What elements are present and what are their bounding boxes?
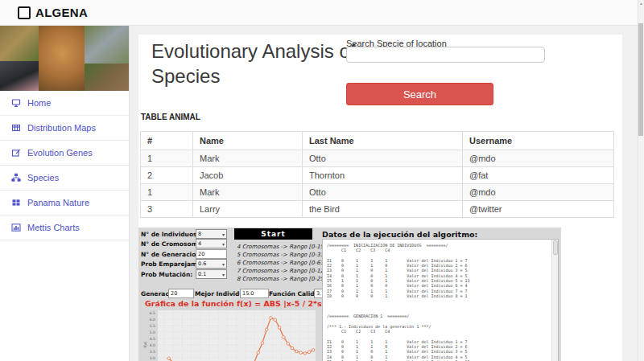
scrollbar-up-arrow[interactable]: ▴ xyxy=(638,1,644,6)
page-title: Evolutionary Analysis of Species xyxy=(151,39,377,88)
sidebar: Home Distribution Maps Evolution Genes S… xyxy=(0,26,130,361)
col-header-lastname: Last Name xyxy=(303,132,463,150)
individuos-select[interactable]: 8▾ xyxy=(196,229,227,239)
mejor-individuo-value[interactable]: 15.0 xyxy=(240,289,269,298)
chevron-down-icon: ▾ xyxy=(222,241,225,247)
col-header-username: Username xyxy=(463,132,614,150)
cell-name: Jacob xyxy=(193,167,303,184)
chart-yticks: 3.03.54.04.55.05.56.06.5 xyxy=(145,310,157,361)
col-header-number: # xyxy=(141,132,193,150)
generaciones-input[interactable]: 20 xyxy=(196,249,227,259)
animal-photo-fox xyxy=(39,26,85,91)
grid-icon xyxy=(11,198,21,207)
table-row: 3 Larry the Bird @twitter xyxy=(141,201,614,218)
algorithm-output-title: Datos de la ejecución del algoritmo: xyxy=(322,230,477,239)
table-row: 1 Mark Otto @mdo xyxy=(141,150,614,167)
function-chart: f(x) 3.03.54.04.55.05.56.06.5 xyxy=(145,310,317,361)
chevron-down-icon: ▾ xyxy=(222,272,225,277)
animal-photo-monkey xyxy=(85,64,129,91)
cell-number: 1 xyxy=(141,184,193,201)
mutacion-select[interactable]: 0.1▾ xyxy=(196,269,227,279)
individuos-label: N° de Individuos: xyxy=(141,231,200,238)
start-button[interactable]: Start xyxy=(234,228,312,240)
topbar: ALGENA xyxy=(0,0,644,26)
table-header-row: # Name Last Name Username xyxy=(141,132,614,150)
sidebar-item-evolution-genes[interactable]: Evolution Genes xyxy=(0,141,129,166)
cell-username: @mdo xyxy=(463,184,614,201)
search-input[interactable] xyxy=(346,47,545,63)
sidebar-item-home[interactable]: Home xyxy=(0,91,129,116)
cell-number: 1 xyxy=(141,150,193,167)
chevron-down-icon: ▾ xyxy=(222,261,225,267)
table-row: 2 Jacob Thornton @fat xyxy=(141,167,614,184)
sidebar-item-label: Panama Nature xyxy=(27,198,89,207)
bar-chart-icon xyxy=(11,223,21,232)
sidebar-item-label: Home xyxy=(27,98,51,108)
sidebar-item-distribution-maps[interactable]: Distribution Maps xyxy=(0,116,129,141)
page-scrollbar[interactable]: ▴ xyxy=(638,0,644,361)
output-scrollbar[interactable] xyxy=(551,240,558,361)
scrollbar-thumb[interactable] xyxy=(638,23,643,136)
cell-username: @mdo xyxy=(463,150,614,167)
algorithm-app-panel: N° de Individuos: 8▾ Start N° de Cromoso… xyxy=(138,228,561,361)
generacion-stat-value[interactable]: 20 xyxy=(168,289,194,298)
table-row: 1 Mark Otto @mdo xyxy=(141,184,614,201)
sidebar-animal-collage xyxy=(0,26,129,91)
sidebar-item-mettis-charts[interactable]: Mettis Charts xyxy=(0,215,129,240)
sidebar-item-species[interactable]: Species xyxy=(0,166,129,191)
brand-text: ALGENA xyxy=(35,6,88,19)
ga-chart-svg xyxy=(158,310,316,361)
cell-number: 3 xyxy=(141,201,193,218)
cell-lastname: Otto xyxy=(303,150,463,167)
table-icon xyxy=(11,123,21,133)
sidebar-item-label: Distribution Maps xyxy=(27,123,96,133)
cromosomas-select[interactable]: 4▾ xyxy=(196,239,227,248)
search-button[interactable]: Search xyxy=(346,83,493,105)
brand-square-icon xyxy=(18,6,31,19)
cromosomas-ranges-list: 4 Cromosomas -> Rango [0-15] 5 Cromosoma… xyxy=(237,243,329,283)
animal-table: # Name Last Name Username 1 Mark Otto @m… xyxy=(140,131,614,218)
mutacion-label: Prob Mutación: xyxy=(141,271,192,278)
algorithm-output-textarea[interactable]: /======== INICIALIZACIÓN DE INDIVIDUOS =… xyxy=(322,239,559,361)
cell-name: Larry xyxy=(193,201,303,218)
col-header-name: Name xyxy=(193,132,303,150)
animal-photo-bird xyxy=(0,61,39,91)
brand[interactable]: ALGENA xyxy=(18,6,88,19)
table-caption: TABLE ANIMAL xyxy=(141,113,200,121)
content-card: Evolutionary Analysis of Species Search … xyxy=(138,35,622,361)
cell-number: 2 xyxy=(141,167,193,184)
cell-lastname: the Bird xyxy=(303,201,463,218)
monitor-icon xyxy=(11,98,21,108)
cell-name: Mark xyxy=(193,150,303,167)
emparejamiento-select[interactable]: 0.6▾ xyxy=(196,259,227,269)
chart-title: Gráfica de la función f(x) = ABS |x-5 / … xyxy=(145,299,319,308)
chevron-down-icon: ▾ xyxy=(222,232,225,237)
cell-username: @fat xyxy=(463,167,614,184)
output-scrollbar-thumb[interactable] xyxy=(553,240,558,255)
edit-icon xyxy=(11,148,21,158)
algorithm-output-text: /======== INICIALIZACIÓN DE INDIVIDUOS =… xyxy=(323,240,558,361)
main-content: Evolutionary Analysis of Species Search … xyxy=(130,26,638,361)
cell-lastname: Otto xyxy=(303,184,463,201)
cell-lastname: Thornton xyxy=(303,167,463,184)
animal-photo-squirrel xyxy=(0,26,39,61)
cell-username: @twitter xyxy=(463,201,614,218)
sitemap-icon xyxy=(11,173,21,183)
sidebar-item-panama-nature[interactable]: Panama Nature xyxy=(0,191,129,215)
sidebar-item-label: Mettis Charts xyxy=(27,223,80,232)
cell-name: Mark xyxy=(193,184,303,201)
animal-photo-eagle xyxy=(85,26,129,64)
sidebar-item-label: Species xyxy=(27,173,59,183)
sidebar-nav: Home Distribution Maps Evolution Genes S… xyxy=(0,91,129,240)
sidebar-item-label: Evolution Genes xyxy=(27,148,93,158)
